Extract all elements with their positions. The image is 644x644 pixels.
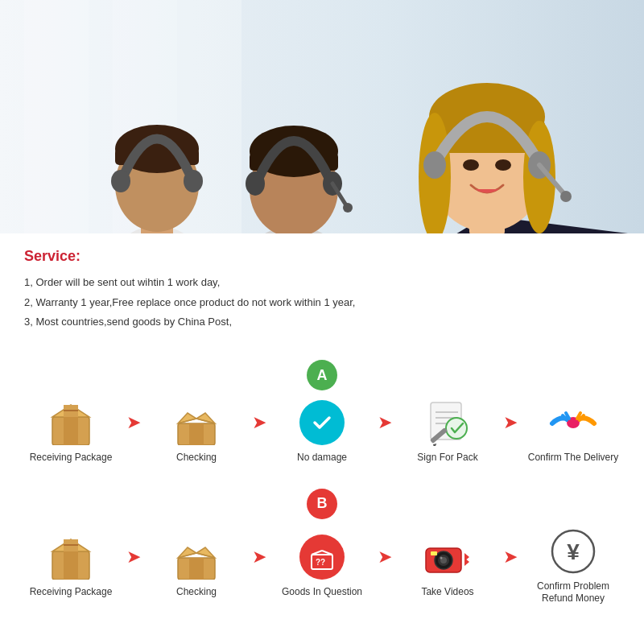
svg-point-28 xyxy=(495,159,511,171)
flow-a-label-5: Confirm The Delivery xyxy=(528,452,618,464)
flow-b-section: B Receiving Package ➤ xyxy=(0,476,644,617)
svg-rect-59 xyxy=(64,551,78,580)
sign-doc-icon xyxy=(420,398,475,447)
arrow-a-3: ➤ xyxy=(378,412,392,433)
svg-point-29 xyxy=(423,151,446,179)
flow-b-step-4: Take Videos xyxy=(395,533,500,599)
svg-rect-67 xyxy=(189,558,204,580)
flow-a-step-5: Confirm The Delivery xyxy=(521,398,625,464)
flow-b-step-1: Receiving Package xyxy=(19,533,123,599)
handshake-icon xyxy=(546,398,601,447)
flow-b-label-5: Confirm Problem Refund Money xyxy=(537,580,609,605)
yen-circle-icon: ¥ xyxy=(546,527,601,576)
svg-point-49 xyxy=(446,418,467,439)
check-circle-icon xyxy=(295,398,349,447)
svg-marker-40 xyxy=(178,413,196,423)
service-section: Service: Order will be sent out wihtin 1… xyxy=(0,233,644,347)
flow-a-label-3: No damage xyxy=(297,452,347,464)
open-package-b-icon xyxy=(169,533,224,581)
flow-b-row: Receiving Package ➤ Checking ➤ xyxy=(16,527,628,605)
flow-a-section: A Receiving Package ➤ xyxy=(0,347,644,476)
flow-b-label-3: Goods In Question xyxy=(282,586,362,599)
svg-marker-51 xyxy=(431,443,438,446)
arrow-b-4: ➤ xyxy=(503,547,518,568)
svg-rect-44 xyxy=(189,423,204,445)
arrow-b-1: ➤ xyxy=(126,547,141,568)
svg-text:¥: ¥ xyxy=(567,539,580,564)
arrow-a-1: ➤ xyxy=(126,412,141,433)
arrow-b-2: ➤ xyxy=(252,547,266,568)
svg-point-20 xyxy=(343,203,353,213)
flow-b-step-3: ?? Goods In Question xyxy=(270,533,374,599)
flow-a-step-3: No damage xyxy=(270,398,374,464)
open-package-icon xyxy=(169,398,224,447)
svg-point-10 xyxy=(111,170,130,192)
package-icon xyxy=(43,398,98,447)
svg-point-77 xyxy=(440,556,443,559)
flow-b-label-4: Take Videos xyxy=(421,586,473,599)
service-title: Service: xyxy=(24,248,620,265)
flow-b-step-2: Checking xyxy=(144,533,249,599)
service-item-1: Order will be sent out wihtin 1 work day… xyxy=(24,273,620,293)
service-item-2: Warranty 1 year,Free replace once produc… xyxy=(24,293,620,313)
service-list: Order will be sent out wihtin 1 work day… xyxy=(24,273,620,332)
hero-section xyxy=(0,0,644,233)
svg-rect-35 xyxy=(64,417,78,445)
flow-a-row: Receiving Package ➤ Checking xyxy=(16,398,628,464)
camera-icon xyxy=(420,533,475,581)
svg-text:??: ?? xyxy=(316,558,325,567)
svg-marker-63 xyxy=(178,547,196,558)
flow-a-step-2: Checking xyxy=(144,398,249,464)
svg-point-11 xyxy=(184,170,203,192)
flow-a-label-2: Checking xyxy=(176,452,217,464)
flow-b-label-2: Checking xyxy=(176,586,217,599)
svg-marker-41 xyxy=(196,413,215,423)
flow-b-label-1: Receiving Package xyxy=(30,586,113,599)
flow-b-step-5: ¥ Confirm Problem Refund Money xyxy=(521,527,625,605)
flow-a-step-4: Sign For Pack xyxy=(395,398,500,464)
arrow-a-2: ➤ xyxy=(252,412,266,433)
svg-rect-3 xyxy=(24,0,89,233)
svg-marker-64 xyxy=(196,547,215,558)
arrow-a-4: ➤ xyxy=(503,412,518,433)
service-item-3: Most countries,send goods by China Post, xyxy=(24,312,620,332)
package-b-icon xyxy=(43,533,98,581)
badge-a: A xyxy=(307,360,337,390)
svg-point-32 xyxy=(560,191,572,202)
svg-rect-78 xyxy=(431,551,437,555)
badge-b: B xyxy=(307,489,337,519)
arrow-b-3: ➤ xyxy=(378,547,392,568)
flow-a-step-1: Receiving Package xyxy=(19,398,123,464)
svg-point-27 xyxy=(463,159,479,171)
flow-a-label-4: Sign For Pack xyxy=(417,452,477,464)
flow-a-label-1: Receiving Package xyxy=(30,452,113,464)
question-box-icon: ?? xyxy=(295,533,349,581)
svg-point-17 xyxy=(246,171,265,196)
